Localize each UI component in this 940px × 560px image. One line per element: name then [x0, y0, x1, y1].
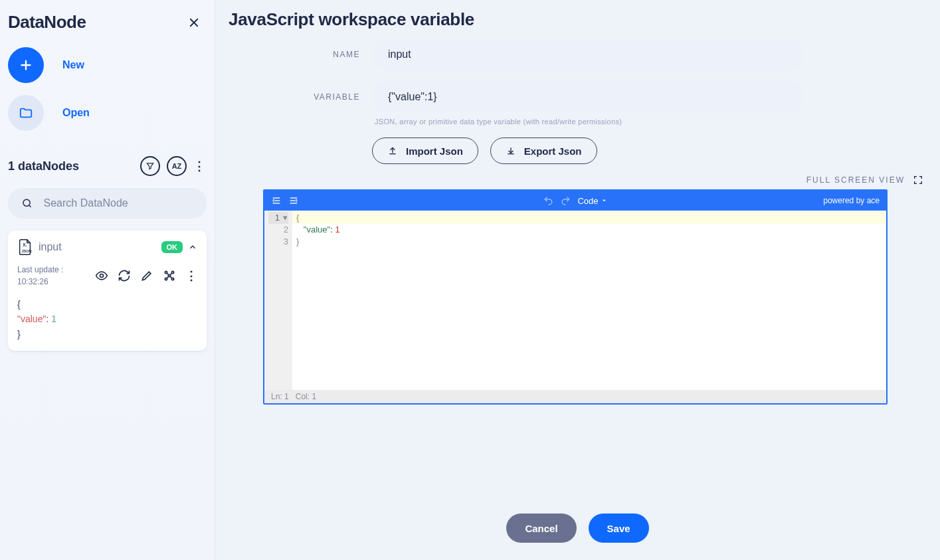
svg-point-6 — [165, 278, 167, 280]
datanode-card[interactable]: JSON X. input OK Last update : 10:32:26 — [8, 231, 207, 351]
save-button[interactable]: Save — [589, 513, 649, 543]
variable-input[interactable] — [387, 90, 789, 104]
fullscreen-label: FULL SCREEN VIEW — [806, 175, 905, 185]
svg-point-3 — [100, 274, 104, 278]
editor-gutter: 1▾ 2 3 — [264, 211, 292, 390]
svg-point-8 — [168, 274, 170, 276]
svg-point-7 — [171, 278, 173, 280]
chevron-down-icon — [601, 197, 608, 204]
name-label: NAME — [227, 39, 360, 59]
search-field[interactable] — [8, 188, 207, 219]
new-button[interactable]: New — [8, 47, 207, 83]
edit-icon[interactable] — [140, 269, 153, 282]
close-icon[interactable] — [184, 13, 204, 33]
undo-icon[interactable] — [543, 195, 553, 206]
new-label: New — [62, 59, 84, 71]
variable-field-wrap[interactable] — [372, 82, 804, 112]
datanode-count: 1 dataNodes — [8, 159, 79, 173]
datanode-preview: { "value": 1 } — [17, 297, 197, 341]
name-field-wrap[interactable] — [372, 39, 804, 70]
status-badge: OK — [161, 241, 183, 253]
sort-az-icon[interactable]: AZ — [167, 156, 187, 176]
refresh-icon[interactable] — [118, 269, 131, 282]
main-panel: JavaScript workspace variable NAME VARIA… — [215, 0, 940, 560]
json-file-icon: JSON X. — [17, 238, 33, 256]
code-editor[interactable]: Code powered by ace 1▾ 2 3 { "value": 1 … — [263, 189, 888, 405]
export-json-button[interactable]: Export Json — [490, 138, 597, 164]
search-icon — [21, 197, 33, 210]
filter-icon[interactable] — [140, 156, 160, 176]
indent-right-icon[interactable] — [288, 195, 299, 206]
svg-point-0 — [23, 199, 30, 206]
open-button[interactable]: Open — [8, 95, 207, 131]
svg-text:X.: X. — [23, 242, 27, 247]
editor-code[interactable]: { "value": 1 } — [292, 211, 886, 390]
redo-icon[interactable] — [560, 195, 571, 206]
last-update: Last update : 10:32:26 — [17, 264, 63, 288]
svg-point-4 — [165, 271, 167, 273]
code-menu[interactable]: Code — [577, 196, 607, 206]
name-input[interactable] — [387, 48, 789, 61]
sidebar: DataNode New — [0, 0, 215, 560]
plus-icon — [8, 47, 44, 83]
search-input[interactable] — [43, 197, 193, 210]
svg-text:JSON: JSON — [21, 249, 31, 253]
download-icon — [506, 145, 516, 156]
fullscreen-icon[interactable] — [913, 175, 923, 185]
cancel-button[interactable]: Cancel — [506, 513, 576, 543]
svg-point-5 — [171, 271, 173, 273]
editor-status: Ln: 1 Col: 1 — [264, 390, 886, 403]
datanode-name: input — [39, 241, 62, 253]
sidebar-title: DataNode — [8, 12, 86, 33]
editor-credit: powered by ace — [823, 196, 880, 205]
card-more-icon[interactable]: ⋮ — [185, 268, 197, 283]
graph-icon[interactable] — [163, 269, 176, 282]
eye-icon[interactable] — [95, 269, 108, 282]
page-title: JavaScript workspace variable — [229, 9, 928, 30]
export-json-label: Export Json — [524, 145, 582, 157]
folder-icon — [8, 95, 44, 131]
upload-icon — [387, 145, 398, 156]
variable-helper: JSON, array or primitive data type varia… — [375, 118, 804, 126]
import-json-button[interactable]: Import Json — [372, 138, 478, 164]
variable-label: VARIABLE — [227, 82, 360, 102]
indent-left-icon[interactable] — [271, 195, 282, 206]
chevron-up-icon[interactable] — [188, 242, 197, 252]
more-icon[interactable]: ⋮ — [193, 160, 204, 172]
import-json-label: Import Json — [406, 145, 463, 157]
open-label: Open — [62, 107, 90, 119]
